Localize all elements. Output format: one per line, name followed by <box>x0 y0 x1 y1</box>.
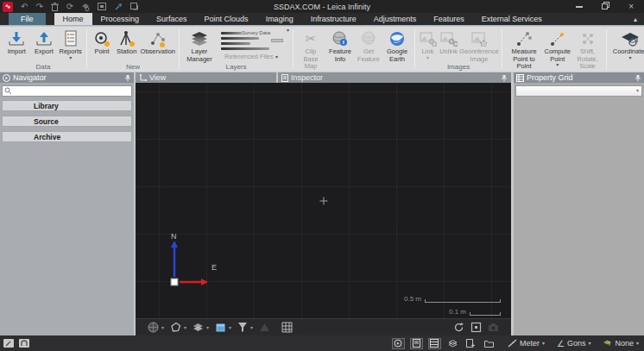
tab-processing[interactable]: Processing <box>92 13 148 25</box>
axis-indicator: N E <box>165 232 218 296</box>
sync-icon[interactable]: ⟳ <box>66 2 73 12</box>
redo-icon[interactable]: ↷ <box>35 2 42 12</box>
tab-inspector[interactable]: Inspector <box>278 72 511 83</box>
project-folder-button[interactable] <box>483 338 496 349</box>
restore-icon[interactable] <box>602 2 609 11</box>
tab-file[interactable]: File <box>9 13 46 25</box>
tab-home[interactable]: Home <box>54 13 92 25</box>
filter-button[interactable]: ▾ <box>237 322 253 333</box>
tab-adjustments[interactable]: Adjustments <box>365 13 426 25</box>
base-map-button[interactable]: ▾ <box>215 322 231 333</box>
get-feature-icon <box>360 29 377 48</box>
pin-launch-icon[interactable] <box>114 2 123 12</box>
scissors-icon: ✂ <box>306 29 317 48</box>
feature-info-button[interactable]: Feature Info <box>326 28 354 63</box>
coordinates-icon <box>620 29 641 48</box>
quick-access-toolbar: ∿ ↶ ↷ ⟳ <box>0 2 139 12</box>
ribbon-collapse-icon[interactable]: ▴ <box>634 13 644 25</box>
layers-icon <box>448 339 458 348</box>
navigator-section-library[interactable]: Library <box>2 100 132 111</box>
reports-button[interactable]: Reports ▾ <box>58 28 83 60</box>
workspace: Navigator Library Source Archive <box>0 72 644 335</box>
tab-point-clouds[interactable]: Point Clouds <box>196 13 257 25</box>
layers-visibility-button[interactable]: ▾ <box>193 322 209 333</box>
layer-opacity-slider[interactable] <box>271 39 283 42</box>
export-button[interactable]: Export <box>32 28 57 56</box>
camera-icon <box>488 323 499 332</box>
link-image-button[interactable]: Link ▾ <box>419 28 437 60</box>
point-icon <box>93 29 110 48</box>
new-window-icon[interactable] <box>130 2 139 12</box>
zoom-extents-button[interactable] <box>470 322 482 333</box>
toggle-property-grid-button[interactable] <box>428 338 441 349</box>
angle-unit-dropdown[interactable]: ∠ Gons ▾ <box>557 339 591 348</box>
pin-icon[interactable] <box>635 74 641 82</box>
dropdown-caret-icon: ▾ <box>629 56 632 60</box>
ribbon: Import Export Reports ▾ Data <box>0 27 644 72</box>
map-view-canvas[interactable]: N E 0.5 m 0.1 m <box>136 83 511 318</box>
tab-external-services[interactable]: External Services <box>473 13 551 25</box>
measure-point-to-point-button[interactable]: Measure Point to Point <box>506 28 542 71</box>
minimize-icon[interactable] <box>576 6 583 8</box>
get-feature-button[interactable]: Get Feature <box>356 28 382 63</box>
dropdown-caret-icon: ▾ <box>206 324 209 330</box>
navigator-section-archive[interactable]: Archive <box>2 131 132 142</box>
property-selector-dropdown[interactable]: ▾ <box>515 85 642 97</box>
new-observation-button[interactable]: Observation <box>141 28 175 56</box>
referenced-files-button[interactable]: Survey Data Referenced Files ▾ <box>218 28 285 60</box>
status-snap-button[interactable] <box>19 339 29 348</box>
tab-surfaces[interactable]: Surfaces <box>148 13 196 25</box>
toggle-layers-button[interactable] <box>446 338 459 349</box>
pin-icon[interactable] <box>124 74 131 82</box>
new-point-button[interactable]: Point <box>91 28 113 56</box>
toggle-navigator-button[interactable] <box>392 338 405 349</box>
dropdown-caret-icon: ▾ <box>250 324 253 330</box>
compute-point-icon <box>549 29 566 48</box>
compute-point-button[interactable]: Compute Point ▾ <box>544 28 571 67</box>
status-edit-button[interactable] <box>3 339 14 348</box>
north-axis-label: N <box>171 232 177 241</box>
layer-manager-button[interactable]: Layer Manager <box>183 28 216 63</box>
undo-icon[interactable]: ↶ <box>21 2 28 12</box>
delete-icon[interactable] <box>51 2 59 12</box>
toggle-inspector-button[interactable] <box>410 338 423 349</box>
stamp-icon[interactable] <box>81 2 90 12</box>
surface-display-button[interactable] <box>259 323 270 332</box>
tab-view[interactable]: View <box>136 72 276 83</box>
layers-preview: Survey Data <box>219 30 283 51</box>
new-station-button[interactable]: Station <box>115 28 139 56</box>
snapshot-button[interactable] <box>488 323 499 332</box>
refresh-icon <box>453 322 464 333</box>
snap-mode-button[interactable]: ▾ <box>148 322 164 333</box>
distance-unit-dropdown[interactable]: Meter ▾ <box>508 339 545 348</box>
clip-base-map-button[interactable]: ✂ Clip Base Map <box>297 28 325 71</box>
toggle-reports-button[interactable] <box>464 338 477 349</box>
google-earth-button[interactable]: Google Earth <box>383 28 411 63</box>
tab-infrastructure[interactable]: Infrastructure <box>302 13 365 25</box>
refresh-view-button[interactable] <box>453 322 464 333</box>
tab-features[interactable]: Features <box>425 13 473 25</box>
property-grid-icon <box>430 339 439 348</box>
dropdown-caret-icon: ▾ <box>588 342 590 346</box>
tab-imaging[interactable]: Imaging <box>257 13 302 25</box>
filter-funnel-icon <box>237 322 248 333</box>
dropdown-caret-icon: ▾ <box>69 56 72 60</box>
ribbon-group-layers: Layer Manager Survey Data Referenced Fil… <box>180 27 293 72</box>
close-icon[interactable]: × <box>628 3 634 11</box>
grid-toggle-button[interactable] <box>281 322 293 333</box>
georeference-image-button[interactable]: Georeference Image <box>460 28 498 63</box>
coordinate-system-dropdown[interactable]: None ▾ <box>603 339 639 348</box>
shift-rotate-scale-button[interactable]: Shift, Rotate, Scale <box>572 28 603 71</box>
navigator-search-input[interactable] <box>2 85 132 97</box>
navigator-section-source[interactable]: Source <box>2 116 132 127</box>
coordinates-button[interactable]: Coordinates ▾ <box>610 28 644 60</box>
layers-more-caret-icon[interactable]: ▾ <box>287 28 289 33</box>
pin-icon[interactable] <box>501 74 508 82</box>
app-logo-icon[interactable]: ∿ <box>3 2 13 12</box>
import-button[interactable]: Import <box>3 28 30 56</box>
fence-select-icon <box>170 322 181 333</box>
unlink-image-button[interactable]: Unlink <box>439 28 458 56</box>
archive-box-icon[interactable] <box>98 2 106 12</box>
select-tool-button[interactable]: ▾ <box>170 322 186 333</box>
dropdown-caret-icon: ▾ <box>636 342 639 346</box>
